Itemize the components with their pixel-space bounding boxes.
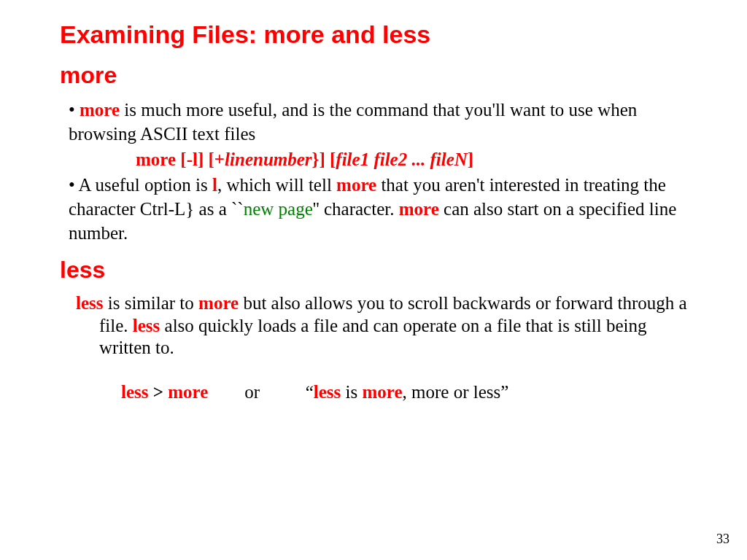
text: '' character. <box>313 199 399 219</box>
cmd-less: less <box>121 382 149 402</box>
cmd-more: more <box>198 293 239 313</box>
open-quote: “ <box>306 382 314 402</box>
cmd-less: less <box>76 293 104 313</box>
bullet-dot: • <box>69 100 80 120</box>
section-heading-more: more <box>60 62 703 89</box>
text: is similar to <box>104 293 199 313</box>
less-quip: less > more or “less is more, more or le… <box>60 380 703 404</box>
syn: + <box>214 149 225 169</box>
gap <box>208 382 244 402</box>
syn: more <box>136 149 176 169</box>
text: is much more useful, and is the command … <box>69 100 637 144</box>
slide: Examining Files: more and less more • mo… <box>0 0 747 404</box>
section-heading-less: less <box>60 257 703 284</box>
gt: > <box>149 382 169 402</box>
syn: ] <box>468 149 473 169</box>
cmd-less: less <box>314 382 341 402</box>
text: • A useful option is <box>69 175 212 195</box>
text: is <box>341 382 362 402</box>
option-l: l <box>212 175 217 195</box>
text: , more or less” <box>403 382 509 402</box>
gap <box>260 382 306 402</box>
cmd-more: more <box>336 175 376 195</box>
or: or <box>244 382 260 402</box>
syn-arg: linenumber <box>225 149 311 169</box>
syn: [ <box>176 149 187 169</box>
syn-arg: file1 file2 ... fileN <box>336 149 468 169</box>
syn: }] [ <box>312 149 336 169</box>
cmd-more: more <box>168 382 208 402</box>
cmd-less: less <box>133 316 160 335</box>
cmd-more: more <box>80 100 120 120</box>
syn: -l <box>187 149 198 169</box>
slide-title: Examining Files: more and less <box>60 20 703 49</box>
cmd-more: more <box>362 382 402 402</box>
less-paragraph: less is similar to more but also allows … <box>77 292 703 359</box>
more-bullet-2: • A useful option is l, which will tell … <box>60 173 703 245</box>
text: also quickly loads a file and can operat… <box>99 316 647 358</box>
more-bullet-1: • more is much more useful, and is the c… <box>60 98 703 146</box>
page-number: 33 <box>716 532 729 547</box>
more-syntax: more [-l] [+linenumber}] [file1 file2 ..… <box>60 147 703 171</box>
text: , which will tell <box>217 175 336 195</box>
new-page: new page <box>244 199 313 219</box>
cmd-more: more <box>399 199 439 219</box>
syn: ] [ <box>198 149 214 169</box>
